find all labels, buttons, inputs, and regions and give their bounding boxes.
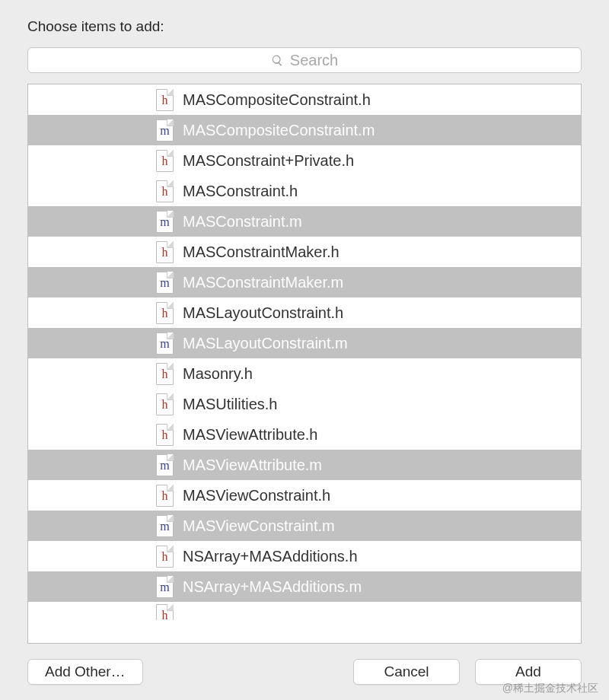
file-row[interactable]: hMASLayoutConstraint.h [28,298,581,328]
file-row[interactable]: mNSArray+MASAdditions.m [28,571,581,602]
header-file-icon: h [156,424,174,446]
watermark: @稀土掘金技术社区 [502,682,598,695]
header-file-icon: h [156,485,174,507]
header-file-icon: h [156,302,174,324]
add-other-button[interactable]: Add Other… [27,659,143,685]
add-button[interactable]: Add [475,659,582,685]
impl-file-icon: m [156,515,174,537]
file-row[interactable]: hMASConstraint.h [28,176,581,206]
file-row[interactable]: h [28,602,581,620]
impl-file-icon: m [156,332,174,355]
file-name: MASLayoutConstraint.m [183,335,348,352]
header-file-icon: h [156,180,174,202]
button-bar: Add Other… Cancel Add [27,644,582,685]
sheet-title: Choose items to add: [27,18,582,35]
impl-file-icon: m [156,272,174,294]
file-name: MASCompositeConstraint.h [183,91,371,109]
file-name: MASCompositeConstraint.m [183,122,375,139]
file-name: MASUtilities.h [183,396,277,413]
file-row[interactable]: hMASViewAttribute.h [28,419,581,450]
file-name: MASConstraintMaker.h [183,243,340,261]
file-name: MASConstraintMaker.m [183,274,343,291]
header-file-icon: h [156,604,174,620]
file-name: Masonry.h [183,365,253,383]
search-icon [271,54,284,67]
file-name: MASViewAttribute.m [183,457,322,474]
header-file-icon: h [156,150,174,172]
file-row[interactable]: hMASUtilities.h [28,389,581,419]
file-name: MASConstraint+Private.h [183,152,354,170]
file-row[interactable]: mMASCompositeConstraint.m [28,115,581,145]
header-file-icon: h [156,241,174,263]
file-row[interactable]: mMASConstraintMaker.m [28,267,581,298]
file-name: MASViewConstraint.m [183,517,335,535]
file-name: MASViewConstraint.h [183,487,330,504]
file-name: MASLayoutConstraint.h [183,304,343,322]
cancel-button[interactable]: Cancel [353,659,460,685]
file-name: MASConstraint.m [183,213,302,231]
header-file-icon: h [156,363,174,385]
file-list[interactable]: hMASCompositeConstraint.hmMASCompositeCo… [27,84,582,644]
header-file-icon: h [156,546,174,568]
search-input[interactable]: Search [27,47,582,73]
file-row[interactable]: hMASConstraintMaker.h [28,237,581,267]
file-name: MASConstraint.h [183,183,298,200]
search-placeholder: Search [290,52,338,69]
file-row[interactable]: mMASLayoutConstraint.m [28,328,581,358]
header-file-icon: h [156,393,174,415]
header-file-icon: h [156,89,174,111]
file-name: NSArray+MASAdditions.m [183,578,362,596]
impl-file-icon: m [156,576,174,598]
file-row[interactable]: hMASConstraint+Private.h [28,145,581,176]
file-row[interactable]: hMasonry.h [28,358,581,389]
impl-file-icon: m [156,211,174,233]
impl-file-icon: m [156,454,174,476]
choose-items-sheet: Choose items to add: Search hMASComposit… [0,0,609,700]
file-row[interactable]: mMASViewConstraint.m [28,511,581,541]
file-name: NSArray+MASAdditions.h [183,548,358,565]
file-row[interactable]: hNSArray+MASAdditions.h [28,541,581,571]
file-row[interactable]: mMASViewAttribute.m [28,450,581,480]
file-row[interactable]: hMASViewConstraint.h [28,480,581,511]
file-row[interactable]: hMASCompositeConstraint.h [28,84,581,115]
file-row[interactable]: mMASConstraint.m [28,206,581,237]
impl-file-icon: m [156,119,174,142]
file-name: MASViewAttribute.h [183,426,318,444]
